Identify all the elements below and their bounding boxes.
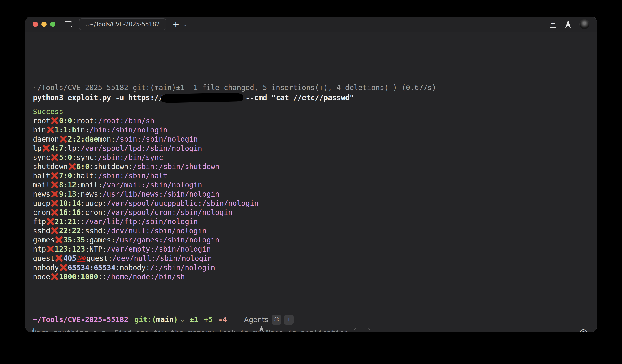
passwd-segment: 1000:1000 bbox=[59, 272, 98, 281]
cross-mark-emoji bbox=[46, 126, 54, 133]
passwd-segment: shutdown bbox=[33, 162, 68, 171]
git-plusminus-badge: ±1 bbox=[190, 315, 198, 324]
passwd-segment: /var/lib/ftp:/sbin/nologin bbox=[85, 217, 198, 226]
warp-logo-icon[interactable] bbox=[564, 20, 572, 29]
minimize-button[interactable] bbox=[41, 22, 47, 27]
passwd-segment: guest bbox=[33, 254, 55, 263]
passwd-segment: in: bbox=[76, 126, 90, 134]
git-insertions-badge: +5 bbox=[204, 315, 213, 324]
git-prefix: git:( bbox=[135, 315, 156, 324]
cross-mark-emoji bbox=[51, 153, 58, 161]
passwd-segment: :sshd: bbox=[81, 227, 107, 235]
passwd-segment: :games: bbox=[85, 236, 116, 244]
cmd-keycap: ⌘ bbox=[272, 315, 281, 325]
cross-mark-emoji bbox=[51, 208, 58, 216]
cross-mark-emoji bbox=[46, 245, 54, 252]
titlebar: ..~/Tools/CVE-2025-55182 + ⌄ ± bbox=[25, 17, 597, 32]
send-button[interactable]: → ▾ bbox=[354, 328, 370, 332]
git-chevron-icon[interactable]: ⌄ bbox=[180, 315, 185, 324]
passwd-line: ftp21:21::/var/lib/ftp:/sbin/nologin bbox=[33, 217, 258, 226]
passwd-segment: 405 bbox=[63, 254, 76, 263]
passwd-segment: 22:22 bbox=[59, 227, 80, 235]
git-branch: main bbox=[156, 315, 173, 324]
cross-mark-emoji bbox=[51, 117, 58, 124]
agents-warp-icon bbox=[236, 316, 241, 323]
passwd-segment: :lp: bbox=[63, 144, 80, 153]
passwd-segment: :: bbox=[76, 217, 85, 226]
cross-mark-emoji bbox=[51, 190, 58, 197]
sidebar-toggle-icon[interactable] bbox=[65, 21, 72, 27]
passwd-segment: lp bbox=[33, 144, 42, 153]
passwd-segment: 8:12 bbox=[59, 181, 76, 189]
cross-mark-emoji bbox=[55, 254, 63, 262]
passwd-segment: mail bbox=[33, 181, 50, 189]
cross-mark-emoji bbox=[59, 264, 67, 271]
passwd-line: guest405100guest:/dev/null:/sbin/nologin bbox=[33, 254, 258, 263]
passwd-segment: :shutdown: bbox=[90, 162, 133, 171]
passwd-segment: /root:/bin/sh bbox=[98, 116, 154, 125]
cross-mark-emoji bbox=[51, 199, 58, 207]
passwd-segment: 9:13 bbox=[59, 190, 76, 198]
close-button[interactable] bbox=[33, 22, 38, 27]
git-commit-status-line: ~/Tools/CVE-2025-55182 git:(main)±1 1 fi… bbox=[33, 83, 436, 92]
passwd-segment: daemon bbox=[33, 135, 59, 143]
passwd-segment: /var/empty:/sbin/nologin bbox=[107, 245, 211, 253]
passwd-line: bin1:1:bin:/bin:/sbin/nologin bbox=[33, 125, 258, 135]
passwd-segment: games bbox=[33, 236, 55, 244]
passwd-segment: news bbox=[33, 190, 50, 198]
git-deletions-badge: -4 bbox=[218, 315, 227, 324]
success-label: Success bbox=[33, 107, 63, 116]
passwd-line: games35:35:games:/usr/games:/sbin/nologi… bbox=[33, 235, 258, 245]
passwd-segment: 6:0 bbox=[76, 162, 90, 171]
passwd-segment: uucp bbox=[33, 199, 50, 208]
passwd-segment: /sbin:/bin/sync bbox=[98, 153, 163, 162]
avatar[interactable] bbox=[580, 19, 589, 29]
passwd-segment: /dev/null:/sbin/nologin bbox=[112, 254, 212, 263]
font-size-icon[interactable]: ± bbox=[549, 20, 556, 28]
passwd-segment: cron bbox=[33, 208, 50, 217]
i-keycap: I bbox=[284, 315, 293, 325]
passwd-segment: :root: bbox=[72, 116, 98, 125]
cross-mark-emoji bbox=[51, 227, 58, 234]
passwd-segment: :mail: bbox=[76, 181, 102, 189]
passwd-segment: node bbox=[33, 272, 50, 281]
prompt-path: ~/Tools/CVE-2025-55182 bbox=[33, 315, 128, 324]
cross-mark-emoji bbox=[68, 163, 76, 170]
passwd-segment: root bbox=[33, 116, 50, 125]
passwd-segment: 123:123 bbox=[55, 245, 85, 253]
passwd-segment: 2:2:dae bbox=[68, 135, 98, 143]
passwd-segment: bin bbox=[33, 126, 46, 134]
tab-current[interactable]: ..~/Tools/CVE-2025-55182 bbox=[79, 18, 166, 30]
passwd-segment: /home/node:/bin/sh bbox=[107, 272, 185, 281]
passwd-segment: 0:0 bbox=[59, 116, 72, 125]
terminal-window: ..~/Tools/CVE-2025-55182 + ⌄ ± ~/Tools/C… bbox=[25, 17, 597, 332]
passwd-line: shutdown6:0:shutdown:/sbin:/sbin/shutdow… bbox=[33, 162, 258, 171]
agents-button[interactable]: Agents ⌘ I bbox=[236, 315, 296, 325]
passwd-segment: :: bbox=[98, 272, 107, 281]
passwd-segment: /var/spool/cron:/sbin/nologin bbox=[107, 208, 233, 217]
cross-mark-emoji bbox=[46, 218, 54, 225]
redaction-scribble bbox=[163, 93, 241, 103]
passwd-segment: :cron: bbox=[81, 208, 107, 217]
passwd-line: sync5:0:sync:/sbin:/bin/sync bbox=[33, 153, 258, 162]
passwd-segment: 10:14 bbox=[59, 199, 80, 208]
passwd-segment: /var/mail:/sbin/nologin bbox=[102, 181, 202, 189]
cross-mark-emoji bbox=[51, 273, 58, 280]
command-input[interactable]: Warp anything e.g. Find and fix the memo… bbox=[32, 328, 348, 332]
passwd-segment: /var/spool/uucppublic:/sbin/nologin bbox=[107, 199, 258, 208]
passwd-segment: nobody bbox=[33, 263, 59, 272]
mention-at-icon[interactable]: @ bbox=[579, 328, 588, 332]
passwd-line: daemon2:2:daemon:/sbin:/sbin/nologin bbox=[33, 135, 258, 144]
passwd-segment: 65534:65534 bbox=[68, 263, 116, 272]
prompt-row: ~/Tools/CVE-2025-55182 git:( main ) ⌄ ±1… bbox=[33, 315, 296, 325]
text-cursor bbox=[33, 328, 35, 332]
zoom-button[interactable] bbox=[50, 22, 56, 27]
command-line: python3 exploit.py -u https:// --cmd "ca… bbox=[33, 93, 354, 102]
send-options-caret-icon: ▾ bbox=[365, 328, 367, 332]
passwd-line: sshd22:22:sshd:/dev/null:/sbin/nologin bbox=[33, 226, 258, 235]
passwd-segment: ftp bbox=[33, 217, 46, 226]
new-tab-button[interactable]: + bbox=[173, 20, 179, 28]
passwd-segment: /dev/null:/sbin/nologin bbox=[107, 227, 206, 235]
tab-list-chevron-icon[interactable]: ⌄ bbox=[183, 22, 187, 27]
passwd-segment: 1:1:b bbox=[55, 126, 76, 134]
